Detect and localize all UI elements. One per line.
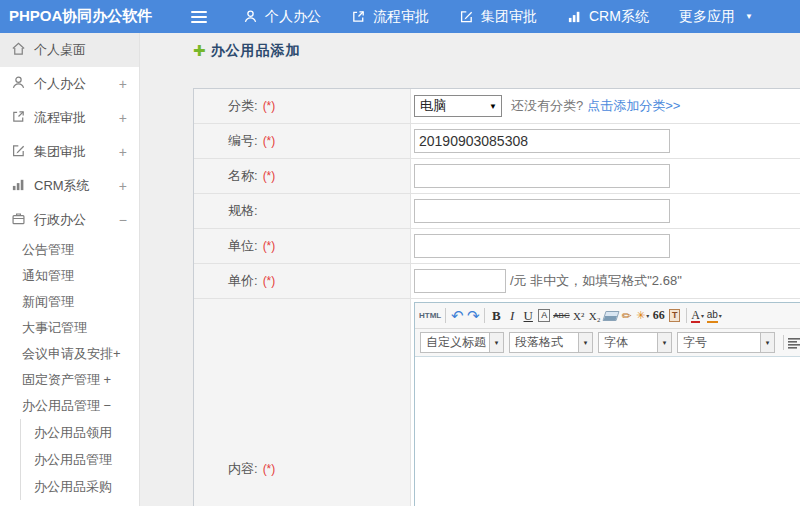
- code-input[interactable]: [414, 129, 670, 153]
- nav-group-approval[interactable]: 集团审批: [459, 8, 537, 26]
- expand-plus-icon[interactable]: +: [119, 178, 127, 194]
- expand-plus-icon[interactable]: +: [119, 110, 127, 126]
- nav-label: 流程审批: [373, 8, 429, 26]
- underline-button[interactable]: U: [520, 306, 536, 326]
- user-icon: [11, 75, 34, 93]
- top-bar: PHPOA协同办公软件 个人办公 流程审批 集团审批: [0, 0, 800, 33]
- font-family-dropdown[interactable]: 字体 ▾: [598, 332, 672, 353]
- caret-down-icon: ▾: [701, 312, 704, 319]
- nav-crm-system[interactable]: CRM系统: [567, 8, 649, 26]
- html-source-button[interactable]: HTML: [418, 306, 442, 326]
- format-match-icon[interactable]: ✳ ▾: [635, 306, 651, 326]
- nav-more-apps[interactable]: 更多应用 ▼: [679, 8, 753, 26]
- sidebar: 个人桌面 个人办公 + 流程审批 + 集团审批: [0, 33, 140, 506]
- toolbar-divider: [445, 308, 446, 323]
- dropdown-label: 字号: [678, 333, 760, 352]
- required-marker: (*): [263, 274, 276, 288]
- unit-label: 单位:: [228, 237, 258, 255]
- field-label: 编号: (*): [194, 124, 411, 158]
- font-color-button[interactable]: A ▾: [690, 306, 706, 326]
- required-marker: (*): [263, 462, 276, 476]
- sidebar-item-admin-office[interactable]: 行政办公 −: [0, 203, 139, 237]
- toolbar-divider: [686, 308, 687, 323]
- sidebar-item-personal-office[interactable]: 个人办公 +: [0, 67, 139, 101]
- expand-plus-icon[interactable]: +: [119, 76, 127, 92]
- field-label: 分类: (*): [194, 89, 411, 123]
- strikethrough-button[interactable]: ABC: [552, 306, 570, 326]
- rich-text-editor: HTML ↶ ↷ B I U A ABC X²: [414, 302, 800, 506]
- font-border-button[interactable]: A: [536, 306, 552, 326]
- sidebar-item-label: 集团审批: [34, 143, 119, 161]
- add-category-link[interactable]: 点击添加分类>>: [587, 97, 680, 115]
- subscript-button[interactable]: X₂: [587, 306, 603, 326]
- spec-input[interactable]: [414, 199, 670, 223]
- expand-plus-icon[interactable]: +: [119, 144, 127, 160]
- sidebar-item-group-approval[interactable]: 集团审批 +: [0, 135, 139, 169]
- bold-button[interactable]: B: [488, 306, 504, 326]
- sidebar-item-supplies-management[interactable]: 办公用品管理: [21, 446, 139, 473]
- collapse-minus-icon[interactable]: −: [119, 212, 127, 228]
- app-window: PHPOA协同办公软件 个人办公 流程审批 集团审批: [0, 0, 800, 506]
- sidebar-item-personal-desktop[interactable]: 个人桌面: [0, 33, 139, 67]
- price-input[interactable]: [414, 269, 506, 293]
- name-input[interactable]: [414, 164, 670, 188]
- sidebar-subitem-label: 办公用品管理 −: [22, 397, 111, 415]
- form-row-price: 单价: (*) /元 非中文，如填写格式"2.68": [194, 264, 800, 299]
- sidebar-subitem-label: 办公用品采购: [34, 478, 112, 496]
- sidebar-item-news-mgmt[interactable]: 新闻管理: [0, 289, 139, 315]
- sidebar-item-announcement-mgmt[interactable]: 公告管理: [0, 237, 139, 263]
- highlight-color-button[interactable]: ab ▾: [706, 306, 723, 326]
- paragraph-format-dropdown[interactable]: 段落格式 ▾: [509, 332, 593, 353]
- dropdown-label: 段落格式: [510, 333, 578, 352]
- sidebar-item-events-mgmt[interactable]: 大事记管理: [0, 315, 139, 341]
- unit-input[interactable]: [414, 234, 670, 258]
- editor-content-area[interactable]: [415, 357, 800, 506]
- nav-workflow-approval[interactable]: 流程审批: [351, 8, 429, 26]
- sidebar-item-meeting-mgmt[interactable]: 会议申请及安排+: [0, 341, 139, 367]
- field-label: 单价: (*): [194, 264, 411, 298]
- sidebar-item-supplies-purchase[interactable]: 办公用品采购: [21, 473, 139, 500]
- nav-label: 更多应用: [679, 8, 735, 26]
- sidebar-item-office-supplies-mgmt[interactable]: 办公用品管理 −: [0, 393, 139, 419]
- dropdown-label: 字体: [599, 333, 657, 352]
- sidebar-item-notice-mgmt[interactable]: 通知管理: [0, 263, 139, 289]
- italic-button[interactable]: I: [504, 306, 520, 326]
- sidebar-subitem-label: 会议申请及安排+: [22, 345, 121, 363]
- required-marker: (*): [263, 239, 276, 253]
- blockquote-button[interactable]: 66: [651, 306, 667, 326]
- undo-icon[interactable]: ↶: [449, 306, 465, 326]
- sidebar-item-crm-system[interactable]: CRM系统 +: [0, 169, 139, 203]
- format-brush-icon[interactable]: ✏: [619, 306, 635, 326]
- edit-icon: [459, 9, 474, 24]
- hamburger-menu-icon[interactable]: [191, 11, 207, 23]
- sidebar-item-label: 行政办公: [34, 211, 119, 229]
- sidebar-item-workflow-approval[interactable]: 流程审批 +: [0, 101, 139, 135]
- chart-icon: [567, 9, 582, 24]
- spec-label: 规格:: [228, 202, 258, 220]
- required-marker: (*): [263, 134, 276, 148]
- form-row-content: 内容: (*) HTML ↶ ↷ B: [194, 299, 800, 506]
- font-size-dropdown[interactable]: 字号 ▾: [677, 332, 775, 353]
- superscript-button[interactable]: X²: [571, 306, 587, 326]
- sidebar-item-supplies-requisition[interactable]: 办公用品领用: [21, 419, 139, 446]
- align-left-icon[interactable]: [787, 333, 800, 353]
- add-plus-icon: ✚: [193, 44, 206, 58]
- dropdown-label: 自定义标题: [421, 333, 489, 352]
- sidebar-item-fixed-assets-mgmt[interactable]: 固定资产管理 +: [0, 367, 139, 393]
- nav-personal-office[interactable]: 个人办公: [243, 8, 321, 26]
- home-icon: [11, 41, 34, 59]
- nav-label: 集团审批: [481, 8, 537, 26]
- custom-heading-dropdown[interactable]: 自定义标题 ▾: [420, 332, 504, 353]
- required-marker: (*): [263, 169, 276, 183]
- name-label: 名称:: [228, 167, 258, 185]
- form-row-name: 名称: (*): [194, 159, 800, 194]
- caret-down-icon: ▾: [719, 312, 722, 319]
- redo-icon[interactable]: ↷: [465, 306, 481, 326]
- eraser-icon[interactable]: [603, 306, 619, 326]
- paste-icon[interactable]: T: [667, 306, 683, 326]
- field-value: [411, 124, 800, 158]
- category-select[interactable]: 电脑 ▼: [414, 95, 502, 117]
- app-logo: PHPOA协同办公软件: [0, 7, 191, 26]
- nav-label: CRM系统: [589, 8, 649, 26]
- field-value: 电脑 ▼ 还没有分类? 点击添加分类>>: [411, 89, 800, 123]
